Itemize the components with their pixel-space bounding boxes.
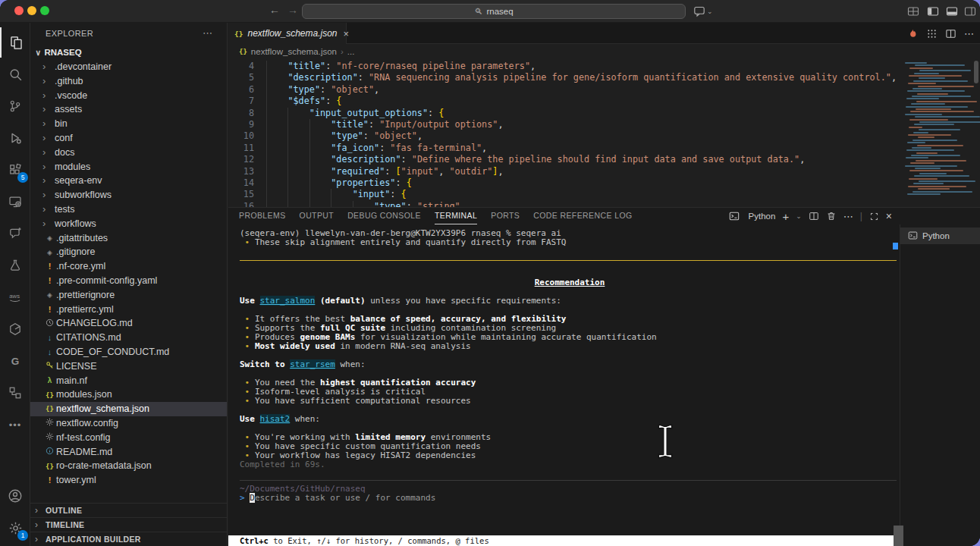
file-row[interactable]: {}nextflow_schema.json — [30, 402, 227, 416]
close-traffic-light[interactable] — [14, 6, 24, 15]
terminal-output[interactable]: (seqera-env) llewelyn-van-der-berg@KTW2Y… — [228, 224, 900, 535]
terminal-dropdown-icon[interactable]: ⌄ — [796, 212, 802, 220]
forward-arrow-icon[interactable]: → — [285, 4, 300, 16]
command-center-search[interactable]: 🔍︎ rnaseq — [302, 4, 686, 19]
folder-row[interactable]: ›.devcontainer — [30, 60, 227, 74]
file-row[interactable]: !.pre-commit-config.yaml — [30, 274, 227, 288]
bottom-panel: PROBLEMSOUTPUTDEBUG CONSOLETERMINALPORTS… — [228, 207, 980, 546]
git-file-icon: ◈ — [43, 288, 56, 303]
toggle-panel-button[interactable] — [946, 5, 958, 17]
file-row[interactable]: !tower.yml — [30, 473, 227, 488]
folder-row[interactable]: ›workflows — [30, 217, 227, 231]
split-terminal-icon[interactable] — [809, 211, 819, 221]
minimap-line — [914, 175, 969, 177]
section-timeline[interactable]: ›TIMELINE — [30, 517, 227, 532]
file-label: .gitattributes — [56, 233, 108, 243]
activity-more-icon[interactable]: ••• — [0, 410, 30, 440]
minimap-line — [905, 62, 927, 64]
minimize-traffic-light[interactable] — [27, 6, 36, 15]
file-row[interactable]: ◈.gitattributes — [30, 231, 227, 246]
panel-tab-code-reference-log[interactable]: CODE REFERENCE LOG — [533, 208, 632, 224]
activity-settings-icon[interactable]: 1 — [0, 513, 30, 543]
root-folder-row[interactable]: ∨RNASEQ — [30, 46, 227, 60]
file-row[interactable]: README.md — [30, 445, 227, 460]
folder-row[interactable]: ›assets — [30, 102, 227, 117]
nf-file-icon: λ — [43, 374, 56, 388]
activity-boxes-icon[interactable] — [0, 378, 30, 408]
split-editor-icon[interactable] — [945, 28, 956, 39]
folder-row[interactable]: ›.vscode — [30, 89, 227, 103]
activity-source-control-icon[interactable] — [0, 91, 30, 121]
close-tab-icon[interactable]: × — [344, 28, 350, 39]
activity-extensions-icon[interactable]: 5 — [0, 155, 30, 185]
folder-row[interactable]: ›modules — [30, 160, 227, 174]
code-editor[interactable]: 4"title": "nf-core/rnaseq pipeline param… — [228, 59, 900, 207]
folder-row[interactable]: ›conf — [30, 131, 227, 146]
editor-actions: ⋯ — [907, 23, 974, 44]
folder-row[interactable]: ›seqera-env — [30, 174, 227, 188]
file-label: CODE_OF_CONDUCT.md — [56, 347, 169, 357]
minimap-line — [911, 103, 945, 105]
minimap[interactable] — [900, 59, 980, 207]
editor-more-actions-icon[interactable]: ⋯ — [964, 28, 974, 39]
activity-run-debug-icon[interactable] — [0, 123, 30, 153]
folder-row[interactable]: ›bin — [30, 117, 227, 131]
activity-gitlens-icon[interactable]: G — [0, 346, 30, 376]
toggle-secondary-sidebar-button[interactable] — [964, 5, 976, 17]
chat-toggle-button[interactable]: ⌄ — [693, 4, 713, 19]
file-row[interactable]: ↓CITATIONS.md — [30, 331, 227, 345]
close-panel-icon[interactable]: × — [886, 210, 892, 222]
breadcrumb[interactable]: {} nextflow_schema.json › ... — [228, 44, 980, 59]
file-row[interactable]: nf-test.config — [30, 431, 227, 445]
dot-grid-icon[interactable] — [926, 28, 938, 39]
section-outline[interactable]: ›OUTLINE — [30, 503, 227, 517]
file-row[interactable]: {}modules.json — [30, 388, 227, 402]
new-terminal-button[interactable]: + — [782, 210, 789, 223]
file-row[interactable]: ◈.gitignore — [30, 245, 227, 259]
toggle-primary-sidebar-button[interactable] — [927, 5, 939, 17]
file-row[interactable]: !.prettierrc.yml — [30, 303, 227, 317]
minimap-line — [905, 165, 957, 167]
explorer-more-actions-icon[interactable]: ⋯ — [203, 27, 213, 39]
editor-scrollbar[interactable] — [974, 61, 978, 83]
file-row[interactable]: {}ro-crate-metadata.json — [30, 459, 227, 473]
panel-more-actions-icon[interactable]: ⋯ — [843, 211, 853, 222]
file-row[interactable]: LICENSE — [30, 359, 227, 374]
folder-row[interactable]: ›docs — [30, 146, 227, 160]
folder-row[interactable]: ›.github — [30, 74, 227, 89]
activity-hexagon-icon[interactable] — [0, 314, 30, 344]
file-row[interactable]: ↓CODE_OF_CONDUCT.md — [30, 345, 227, 359]
section-application-builder[interactable]: ›APPLICATION BUILDER — [30, 532, 227, 546]
flame-run-icon[interactable] — [907, 28, 919, 39]
activity-accounts-icon[interactable] — [0, 481, 30, 511]
activity-testing-icon[interactable] — [0, 250, 30, 281]
badge: 1 — [17, 530, 28, 541]
terminal-scrollbar[interactable] — [894, 526, 903, 546]
folder-row[interactable]: ›subworkflows — [30, 188, 227, 202]
maximize-panel-icon[interactable] — [869, 212, 879, 221]
panel-tab-ports[interactable]: PORTS — [491, 208, 520, 224]
activity-explorer-icon[interactable] — [0, 27, 30, 58]
activity-search-icon[interactable] — [0, 59, 30, 89]
back-arrow-icon[interactable]: ← — [267, 4, 282, 16]
file-row[interactable]: nextflow.config — [30, 416, 227, 431]
file-row[interactable]: CHANGELOG.md — [30, 316, 227, 331]
file-row[interactable]: λmain.nf — [30, 374, 227, 388]
panel-tab-problems[interactable]: PROBLEMS — [239, 208, 286, 224]
terminal-list-item[interactable]: Python — [900, 228, 980, 244]
kill-terminal-icon[interactable] — [826, 211, 837, 221]
panel-tab-debug-console[interactable]: DEBUG CONSOLE — [347, 208, 421, 224]
file-row[interactable]: !.nf-core.yml — [30, 259, 227, 274]
code-line: 6"type": "object", — [228, 84, 900, 96]
folder-row[interactable]: ›tests — [30, 202, 227, 217]
activity-aws-icon[interactable]: aws — [0, 282, 30, 312]
tab-nextflow-schema[interactable]: {} nextflow_schema.json × — [228, 23, 347, 44]
zoom-traffic-light[interactable] — [40, 6, 49, 15]
file-row[interactable]: ◈.prettierignore — [30, 288, 227, 303]
activity-chat-icon[interactable] — [0, 218, 30, 249]
customize-layout-button[interactable] — [907, 5, 919, 17]
panel-tab-output[interactable]: OUTPUT — [300, 208, 335, 224]
activity-remote-explorer-icon[interactable] — [0, 187, 30, 217]
terminal-hint-bar: Ctrl+c to Exit, ↑/↓ for history, / comma… — [228, 535, 896, 546]
panel-tab-terminal[interactable]: TERMINAL — [435, 208, 477, 224]
